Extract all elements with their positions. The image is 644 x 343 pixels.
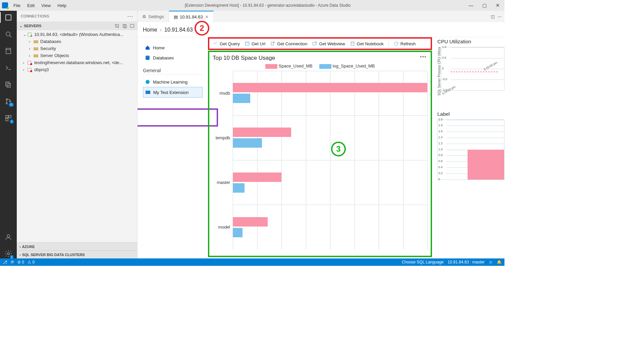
- activity-source-control[interactable]: ⏱: [4, 97, 13, 106]
- tree-row-databases[interactable]: ›Databases: [17, 38, 137, 45]
- svg-rect-0: [6, 15, 11, 20]
- ml-icon: [145, 79, 150, 85]
- chevron-down-icon[interactable]: ⌄: [19, 24, 22, 28]
- y-tick: 0.6: [438, 159, 443, 163]
- close-icon[interactable]: ✕: [205, 14, 209, 19]
- sidebar-section-azure[interactable]: ›AZURE: [17, 242, 137, 250]
- bar: [233, 183, 245, 193]
- tab-dashboard[interactable]: ▤ 10.91.84.63 ✕: [169, 11, 214, 22]
- tab-settings[interactable]: ⚙ Settings: [138, 11, 169, 22]
- sb-warnings[interactable]: ⚠ 0: [28, 260, 35, 264]
- activity-explorer[interactable]: [4, 80, 13, 89]
- legend-swatch: [319, 64, 331, 69]
- home-icon: [145, 45, 150, 50]
- menu-bar: File Edit View Help: [11, 2, 69, 9]
- nav-databases[interactable]: Databases: [143, 53, 203, 63]
- y-tick: -0.5: [442, 78, 447, 81]
- tree-row-security[interactable]: ›Security: [17, 45, 137, 52]
- activity-connections[interactable]: [4, 13, 13, 22]
- sb-connection[interactable]: 10.91.84.63 : master: [448, 260, 485, 264]
- menu-file[interactable]: File: [11, 2, 23, 9]
- y-axis-label: SQL Server Process CPU Utiliza: [437, 47, 441, 96]
- get-notebook-button[interactable]: Get Notebook: [350, 41, 384, 46]
- svg-point-38: [273, 42, 275, 43]
- sb-remote-icon[interactable]: ⎇: [3, 260, 7, 264]
- dashboard-leftnav: « Home Databases General Machine Learnin…: [138, 37, 208, 258]
- svg-rect-37: [271, 42, 273, 45]
- bar: [233, 173, 281, 182]
- sb-errors[interactable]: ⊘ 0: [17, 260, 24, 264]
- window-title: [Extension Development Host] - 10.91.84.…: [69, 3, 466, 8]
- minimize-button[interactable]: —: [466, 3, 476, 8]
- chart-card-top10: ••• Top 10 DB Space Usage Space_Used_MB …: [208, 51, 432, 257]
- y-tick: 0.8: [438, 153, 443, 157]
- sidebar-panel-more[interactable]: ⋯: [127, 12, 133, 20]
- svg-rect-40: [351, 42, 354, 46]
- card-more-icon[interactable]: •••: [420, 54, 427, 59]
- sidebar-section-bigdata[interactable]: ›SQL SERVER BIG DATA CLUSTERS: [17, 250, 137, 258]
- y-tick: 0.5: [442, 56, 446, 59]
- activity-account[interactable]: [4, 232, 13, 242]
- tree-row-server-objects[interactable]: ›Server Objects: [17, 52, 137, 59]
- tab-more-icon[interactable]: ⋯: [497, 14, 502, 19]
- y-tick: 1.0: [438, 148, 443, 151]
- cpu-chart: 1.00.50-0.5-1.0: [441, 47, 504, 91]
- svg-point-1: [6, 32, 10, 36]
- menu-edit[interactable]: Edit: [24, 2, 37, 9]
- chart-title: Top 10 DB Space Usage: [213, 55, 427, 61]
- split-editor-icon[interactable]: ◫: [491, 14, 495, 19]
- bar: [233, 138, 262, 148]
- sb-feedback-icon[interactable]: ☺: [489, 260, 493, 264]
- tree-row-server[interactable]: ›testingtheserver.database.windows.net, …: [17, 59, 137, 66]
- refresh-button[interactable]: Refresh: [393, 41, 416, 46]
- menu-view[interactable]: View: [39, 2, 53, 9]
- get-url-button[interactable]: Get Url: [245, 41, 265, 46]
- refresh-icon[interactable]: [130, 23, 135, 28]
- nav-my-test-extension[interactable]: My Test Extension: [143, 87, 203, 98]
- svg-line-2: [10, 36, 11, 37]
- y-tick: 1.8: [438, 124, 443, 127]
- breadcrumb-home[interactable]: Home: [143, 27, 157, 33]
- callout-two: 2: [195, 21, 209, 36]
- activity-search[interactable]: [4, 30, 13, 39]
- bar: [233, 217, 268, 227]
- statusbar: ⎇ ⟳ ⊘ 0 ⚠ 0 Choose SQL Language 10.91.84…: [0, 258, 504, 266]
- sidebar-section-title: SERVERS: [24, 24, 41, 28]
- chevron-right-icon: ›: [160, 27, 162, 33]
- tree-row-server[interactable]: ›dbproj3: [17, 66, 137, 73]
- activity-extensions[interactable]: 1: [4, 113, 13, 123]
- legend-label: log_Space_Used_MB: [333, 63, 375, 68]
- y-tick: 1.0: [442, 45, 446, 49]
- tree-row-server[interactable]: ⌄10.91.84.63, <default> (Windows Authent…: [17, 31, 137, 38]
- get-webview-button[interactable]: Get Webview: [312, 41, 345, 46]
- get-connection-button[interactable]: Get Connection: [270, 41, 307, 46]
- new-group-icon[interactable]: [122, 23, 127, 28]
- svg-point-22: [30, 35, 32, 37]
- activity-terminal[interactable]: [4, 63, 13, 72]
- sb-bell-icon[interactable]: 🔔: [497, 260, 502, 264]
- activity-notebooks[interactable]: [4, 46, 13, 56]
- tree-label: Security: [40, 46, 56, 51]
- nav-machine-learning[interactable]: Machine Learning: [143, 77, 203, 87]
- dashboard-toolbar: Get Query Get Url Get Connection Get Web…: [208, 37, 432, 50]
- close-button[interactable]: ✕: [493, 3, 502, 8]
- activity-settings[interactable]: 1: [4, 249, 13, 258]
- svg-point-15: [7, 253, 9, 255]
- card-title: CPU Utilization: [437, 39, 504, 44]
- svg-rect-25: [34, 54, 38, 57]
- sidebar: CONNECTIONS ⋯ ⌄ SERVERS ⌄10.91.84.63, <d…: [17, 11, 138, 258]
- bar-category: master: [213, 180, 233, 185]
- breadcrumb-current: 10.91.84.63: [164, 27, 193, 33]
- maximize-button[interactable]: ▢: [480, 3, 489, 8]
- svg-rect-35: [246, 42, 249, 46]
- card-label: Label 2.01.81.61.41.21.00.80.60.40.20: [437, 111, 504, 180]
- sb-language[interactable]: Choose SQL Language: [402, 260, 444, 264]
- tab-label: Settings: [148, 14, 164, 19]
- nav-home[interactable]: Home: [143, 43, 203, 53]
- sb-sync-icon[interactable]: ⟳: [11, 260, 14, 264]
- get-query-button[interactable]: Get Query: [213, 41, 240, 46]
- tree-label: Databases: [40, 39, 61, 44]
- new-connection-icon[interactable]: [115, 23, 120, 28]
- bar: [233, 228, 243, 237]
- menu-help[interactable]: Help: [55, 2, 69, 9]
